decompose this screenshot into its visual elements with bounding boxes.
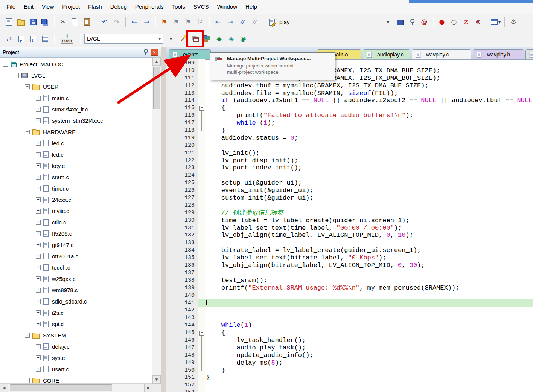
uncomment-button[interactable]: // — [249, 17, 259, 27]
collapse-icon[interactable]: − — [14, 73, 19, 78]
code-line-143[interactable]: 143 — [166, 314, 533, 322]
bookmark-prev-button[interactable]: ⚑ — [171, 17, 181, 27]
code-line-131[interactable]: 131 lv_label_set_text(time_label, "00:00… — [166, 224, 533, 232]
close-panel-button[interactable]: × — [151, 49, 158, 56]
paste-button[interactable] — [82, 17, 92, 27]
tree-item-sram-c[interactable]: +sram.c — [0, 171, 152, 183]
download-code-button[interactable]: ⇓LOAD — [58, 33, 76, 45]
expand-icon[interactable]: + — [36, 96, 41, 101]
code-line-139[interactable]: 139 printf("External SRAM usage: %d%%\n"… — [166, 284, 533, 292]
tree-item-myiic-c[interactable]: +myiic.c — [0, 205, 152, 217]
expand-icon[interactable]: + — [36, 220, 41, 225]
tree-item-ft5206-c[interactable]: +ft5206.c — [0, 228, 152, 239]
code-line-146[interactable]: 146 lv_task_handler(); — [166, 337, 533, 344]
tree-item-timer-c[interactable]: +timer.c — [0, 183, 152, 194]
copy-button[interactable] — [70, 17, 80, 27]
code-line-148[interactable]: 148 update_audio_info(); — [166, 352, 533, 359]
save-button[interactable] — [28, 17, 38, 27]
fold-collapse-icon[interactable]: − — [199, 331, 204, 336]
find-text[interactable]: play — [279, 19, 290, 25]
tree-item-usart-c[interactable]: +usart.c — [0, 363, 152, 375]
code-line-137[interactable]: 137 — [166, 269, 533, 277]
code-line-142[interactable]: 142 — [166, 307, 533, 314]
tab-partial[interactable] — [525, 49, 533, 59]
unindent-button[interactable]: ⇤ — [213, 17, 223, 27]
comment-button[interactable]: // — [237, 17, 247, 27]
expand-icon[interactable]: + — [36, 243, 41, 247]
code-line-118[interactable]: 118 } — [166, 127, 533, 134]
code-line-132[interactable]: 132 lv_obj_align(time_label, LV_ALIGN_TO… — [166, 232, 533, 239]
code-line-127[interactable]: 127 custom_init(&guider_ui); — [166, 194, 533, 202]
debug-session-button[interactable]: @ — [419, 17, 429, 27]
navigate-back-button[interactable]: ← — [129, 17, 140, 27]
build-button[interactable] — [16, 34, 26, 44]
pin-button[interactable] — [407, 17, 417, 27]
scroll-down-icon[interactable] — [152, 375, 161, 384]
code-line-138[interactable]: 138 test_sram(); — [166, 277, 533, 284]
project-horizontal-scrollbar[interactable] — [0, 383, 152, 392]
save-all-button[interactable] — [40, 17, 50, 27]
bookmark-clear-button[interactable]: ⚐ — [195, 17, 206, 27]
window-layout-button[interactable]: ▾ — [490, 17, 501, 27]
tree-item-key-c[interactable]: +key.c — [0, 160, 152, 171]
code-line-112[interactable]: 112 audiodev.tbuf = mymalloc(SRAMEX, I2S… — [166, 82, 533, 90]
scrollbar-thumb[interactable] — [153, 67, 160, 109]
menu-window[interactable]: Window — [213, 0, 241, 14]
expand-icon[interactable]: + — [36, 322, 41, 326]
code-line-115[interactable]: 115− { — [166, 104, 533, 112]
code-line-151[interactable]: 151} — [166, 374, 533, 381]
collapse-icon[interactable]: − — [3, 62, 8, 67]
scroll-right-icon[interactable] — [144, 384, 152, 392]
code-line-126[interactable]: 126 events_init(&guider_ui); — [166, 187, 533, 194]
tree-item-touch-c[interactable]: +touch.c — [0, 262, 152, 273]
menu-file[interactable]: File — [2, 0, 20, 14]
expand-icon[interactable]: + — [36, 175, 41, 180]
indent-button[interactable]: ⇥ — [225, 17, 235, 27]
menu-view[interactable]: View — [38, 0, 58, 14]
menu-flash[interactable]: Flash — [84, 0, 106, 14]
code-line-124[interactable]: 124 — [166, 172, 533, 179]
open-file-button[interactable] — [16, 17, 26, 27]
scroll-left-icon[interactable] — [0, 384, 8, 392]
tree-item-project-malloc[interactable]: −Project: MALLOC — [0, 58, 152, 70]
menu-tools[interactable]: Tools — [168, 0, 189, 14]
fold-collapse-icon[interactable]: − — [199, 106, 204, 111]
toolbar-overflow-button[interactable]: ▾ — [383, 17, 393, 27]
translate-file-button[interactable]: ⇄ — [4, 34, 14, 44]
panel-splitter[interactable] — [161, 47, 166, 392]
tree-item-24cxx-c[interactable]: +24cxx.c — [0, 194, 152, 205]
code-line-113[interactable]: 113 audiodev.file = mymalloc(SRAMIN, siz… — [166, 90, 533, 97]
tree-item-system[interactable]: −SYSTEM — [0, 329, 152, 341]
code-line-133[interactable]: 133 — [166, 239, 533, 247]
fold-column[interactable]: − — [198, 104, 205, 112]
expand-icon[interactable]: + — [36, 344, 41, 349]
expand-icon[interactable]: + — [36, 310, 41, 315]
tree-item-ott2001a-c[interactable]: +ott2001a.c — [0, 250, 152, 262]
expand-icon[interactable]: + — [36, 367, 41, 372]
code-line-145[interactable]: 145− { — [166, 329, 533, 337]
code-line-116[interactable]: 116 printf("Failed to allocate audio buf… — [166, 112, 533, 119]
menu-peripherals[interactable]: Peripherals — [131, 0, 168, 14]
breakpoint-kill-all-button[interactable]: ⊗ — [473, 17, 483, 27]
code-line-122[interactable]: 122 lv_port_disp_init(); — [166, 157, 533, 165]
chevron-down-icon[interactable]: ▾ — [158, 37, 161, 41]
tree-item-core[interactable]: −CORE — [0, 375, 152, 384]
menu-project[interactable]: Project — [58, 0, 84, 14]
tree-item-sys-c[interactable]: +sys.c — [0, 352, 152, 363]
expand-icon[interactable]: + — [36, 163, 41, 168]
collapse-icon[interactable]: − — [25, 378, 30, 383]
expand-icon[interactable]: + — [36, 355, 41, 360]
tree-item-system-stm32f4xx-c[interactable]: +system_stm32f4xx.c — [0, 115, 152, 126]
menu-edit[interactable]: Edit — [20, 0, 38, 14]
fold-column[interactable]: − — [198, 329, 205, 337]
collapse-icon[interactable]: − — [25, 333, 30, 338]
breakpoint-disable-all-button[interactable]: ⊘ — [461, 17, 471, 27]
tree-item-spi-c[interactable]: +spi.c — [0, 318, 152, 329]
code-line-149[interactable]: 149 delay_ms(5); — [166, 359, 533, 367]
scrollbar-thumb[interactable] — [10, 384, 112, 391]
new-file-button[interactable] — [4, 17, 14, 27]
menu-help[interactable]: Help — [241, 0, 261, 14]
tree-item-ctiic-c[interactable]: +ctiic.c — [0, 217, 152, 228]
expand-icon[interactable]: + — [36, 107, 41, 112]
select-packs-button[interactable]: ◈ — [226, 34, 236, 44]
